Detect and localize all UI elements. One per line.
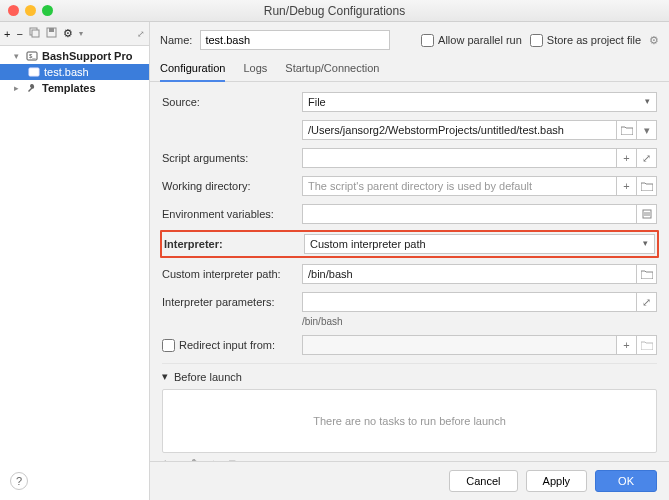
chevron-down-icon[interactable]: ▾ (637, 120, 657, 140)
script-args-input[interactable] (302, 148, 617, 168)
tree-templates-label: Templates (42, 82, 96, 94)
env-input[interactable] (302, 204, 637, 224)
wrench-icon (26, 82, 38, 94)
bash-file-icon: $_ (28, 66, 40, 78)
workdir-label: Working directory: (162, 180, 302, 192)
bash-icon: $_ (26, 50, 38, 62)
script-args-label: Script arguments: (162, 152, 302, 164)
ok-button[interactable]: OK (595, 470, 657, 492)
params-hint: /bin/bash (162, 316, 657, 327)
window-title: Run/Debug Configurations (264, 4, 405, 18)
chevron-down-icon: ▾ (162, 370, 168, 383)
down-icon[interactable]: ▼ (227, 457, 238, 461)
source-dropdown[interactable]: File (302, 92, 657, 112)
edit-task-icon[interactable]: ✎ (191, 457, 200, 461)
browse-workdir-icon[interactable] (637, 176, 657, 196)
custom-path-label: Custom interpreter path: (162, 268, 302, 280)
svg-rect-1 (32, 30, 39, 37)
apply-button[interactable]: Apply (526, 470, 588, 492)
before-launch-toolbar: + − ✎ ▲ ▼ (162, 453, 657, 461)
redirect-input-checkbox[interactable]: Redirect input from: (162, 339, 302, 352)
add-task-icon[interactable]: + (162, 457, 168, 461)
params-input[interactable] (302, 292, 637, 312)
left-panel: + − ⚙ ▾ ⤢ ▾ $_ BashSupport Pro $_ test.b… (0, 22, 150, 500)
browse-icon[interactable] (617, 120, 637, 140)
add-icon[interactable]: + (4, 28, 10, 40)
up-icon[interactable]: ▲ (208, 457, 219, 461)
copy-icon[interactable] (29, 27, 40, 40)
expand-icon[interactable]: ⤢ (637, 148, 657, 168)
browse-interpreter-icon[interactable] (637, 264, 657, 284)
store-project-checkbox[interactable]: Store as project file (530, 34, 641, 47)
before-launch-list: There are no tasks to run before launch (162, 389, 657, 453)
params-label: Interpreter parameters: (162, 296, 302, 308)
maximize-icon[interactable] (42, 5, 53, 16)
tab-configuration[interactable]: Configuration (160, 56, 225, 82)
remove-task-icon[interactable]: − (176, 457, 182, 461)
minimize-icon[interactable] (25, 5, 36, 16)
tree-item-testbash[interactable]: $_ test.bash (0, 64, 149, 80)
tree-templates[interactable]: ▸ Templates (0, 80, 149, 96)
titlebar: Run/Debug Configurations (0, 0, 669, 22)
expand-icon[interactable]: ⤢ (137, 29, 145, 39)
name-input[interactable] (200, 30, 390, 50)
env-list-icon[interactable] (637, 204, 657, 224)
file-path-field[interactable]: /Users/jansorg2/WebstormProjects/untitle… (302, 120, 617, 140)
interpreter-dropdown[interactable]: Custom interpreter path (304, 234, 655, 254)
add-arg-icon[interactable]: + (617, 148, 637, 168)
redirect-input-field (302, 335, 617, 355)
save-icon[interactable] (46, 27, 57, 40)
wrench-icon[interactable]: ⚙ (63, 27, 73, 40)
window-controls (8, 5, 53, 16)
name-label: Name: (160, 34, 192, 46)
expand-params-icon[interactable]: ⤢ (637, 292, 657, 312)
svg-text:$_: $_ (31, 69, 38, 75)
env-label: Environment variables: (162, 208, 302, 220)
tree-root-label: BashSupport Pro (42, 50, 132, 62)
config-tree[interactable]: ▾ $_ BashSupport Pro $_ test.bash ▸ Temp… (0, 46, 149, 500)
tree-root-bashsupport[interactable]: ▾ $_ BashSupport Pro (0, 48, 149, 64)
browse-redirect-icon (637, 335, 657, 355)
before-launch-header[interactable]: ▾ Before launch (162, 363, 657, 389)
add-redirect-icon: + (617, 335, 637, 355)
svg-text:$_: $_ (29, 53, 36, 59)
tree-item-label: test.bash (44, 66, 89, 78)
source-label: Source: (162, 96, 302, 108)
allow-parallel-checkbox[interactable]: Allow parallel run (421, 34, 522, 47)
tab-startup[interactable]: Startup/Connection (285, 56, 379, 81)
svg-rect-8 (643, 210, 651, 218)
custom-path-input[interactable]: /bin/bash (302, 264, 637, 284)
cancel-button[interactable]: Cancel (449, 470, 517, 492)
interpreter-label: Interpreter: (164, 238, 223, 250)
config-toolbar: + − ⚙ ▾ ⤢ (0, 22, 149, 46)
workdir-input[interactable]: The script's parent directory is used by… (302, 176, 617, 196)
gear-icon[interactable]: ⚙ (649, 34, 659, 47)
help-icon[interactable]: ? (10, 472, 28, 490)
close-icon[interactable] (8, 5, 19, 16)
remove-icon[interactable]: − (16, 28, 22, 40)
svg-rect-3 (49, 28, 54, 32)
add-workdir-icon[interactable]: + (617, 176, 637, 196)
tab-logs[interactable]: Logs (243, 56, 267, 81)
